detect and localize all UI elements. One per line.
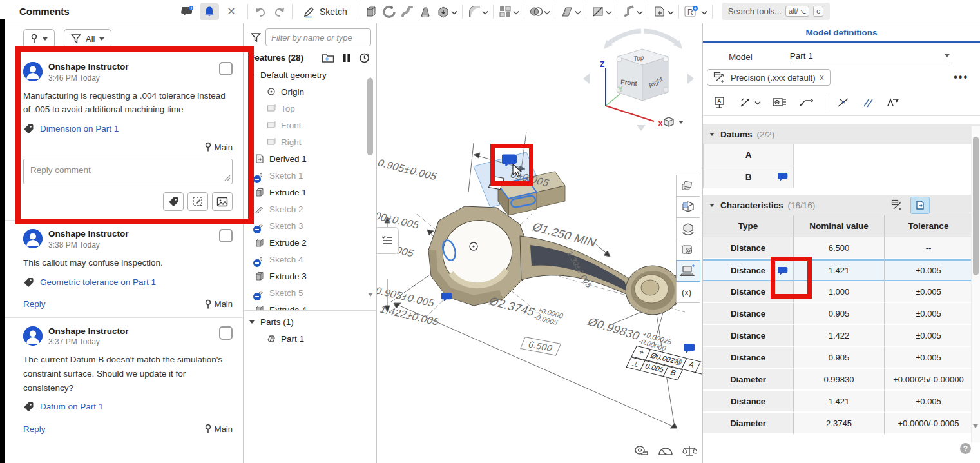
pattern-icon[interactable] xyxy=(496,2,521,21)
rollback-history-icon[interactable] xyxy=(359,52,370,63)
scroll-down-icon[interactable] xyxy=(368,293,373,306)
comment-card[interactable]: Onshape Instructor 3:37 PM Today The cur… xyxy=(0,318,243,442)
comment-bubble-icon[interactable] xyxy=(778,172,788,182)
thicken-icon[interactable] xyxy=(434,2,459,21)
feature-item-sketch-2[interactable]: Sketch 2 xyxy=(244,201,376,217)
graphics-viewport[interactable]: Top Front Right Z X Y xyxy=(377,23,702,463)
rotate-left-arrow-icon[interactable] xyxy=(608,31,641,44)
feature-item-top[interactable]: Top xyxy=(244,100,376,117)
part-item-part-1[interactable]: Part 1 xyxy=(244,330,376,347)
datum-tool-icon[interactable]: A xyxy=(713,96,727,109)
resize-grip-icon[interactable] xyxy=(224,172,231,184)
pin-filter-button[interactable] xyxy=(23,29,55,48)
intersection-tool-icon[interactable] xyxy=(836,96,850,109)
scroll-down-icon[interactable] xyxy=(973,424,978,438)
comment-tag-link[interactable]: Datum on Part 1 xyxy=(23,401,233,412)
comment-bubble-icon[interactable] xyxy=(684,343,695,355)
search-tools[interactable]: Search tools... alt/⌥ c xyxy=(722,3,830,20)
connecting-rod-big-end[interactable] xyxy=(428,206,529,306)
feature-item-origin[interactable]: Origin xyxy=(244,83,376,100)
scrollbar-thumb[interactable] xyxy=(973,137,979,275)
tape-measure-icon[interactable] xyxy=(633,445,649,457)
precision-chip[interactable]: Precision (.xxx default) x xyxy=(707,69,831,86)
revolve-icon[interactable] xyxy=(380,2,398,21)
more-options-icon[interactable]: ••• xyxy=(954,72,968,83)
parts-header[interactable]: Parts (1) xyxy=(244,313,376,330)
feature-tree-scrollbar[interactable] xyxy=(367,68,374,306)
filter-funnel-icon[interactable] xyxy=(251,32,261,43)
characteristic-row[interactable]: Distance 1.421 ±0.005 xyxy=(703,259,972,281)
feature-item-sketch-1[interactable]: Sketch 1 xyxy=(244,167,376,184)
suspend-updates-icon[interactable] xyxy=(343,54,351,63)
draft-icon[interactable] xyxy=(558,2,583,21)
sketch-button[interactable]: Sketch xyxy=(296,5,354,18)
parallel-tool-icon[interactable] xyxy=(861,96,874,109)
comment-tag-link[interactable]: Geometric tolerance on Part 1 xyxy=(23,277,233,288)
export-characteristics-icon[interactable] xyxy=(910,197,930,214)
characteristic-row[interactable]: Diameter 0.99830 +0.00025/-0.00000 xyxy=(703,369,972,391)
comment-bubble-icon[interactable] xyxy=(441,292,452,304)
protractor-icon[interactable] xyxy=(658,445,673,457)
appearance-icon[interactable] xyxy=(676,175,700,197)
fillet-icon[interactable] xyxy=(465,2,490,21)
feature-item-sketch-4[interactable]: Sketch 4 xyxy=(244,251,376,268)
add-markup-button[interactable] xyxy=(187,192,208,211)
close-comments-icon[interactable]: ✕ xyxy=(222,3,241,20)
insert-icon[interactable] xyxy=(651,2,676,21)
view-cube-front-label[interactable]: Front xyxy=(620,78,638,87)
feature-expression-icon[interactable]: (x) xyxy=(676,281,700,303)
exploded-view-icon[interactable] xyxy=(676,217,700,239)
add-image-button[interactable] xyxy=(212,192,233,211)
characteristic-row[interactable]: Distance 0.905 ±0.005 xyxy=(703,303,972,325)
split-icon[interactable] xyxy=(589,2,614,21)
resolve-checkbox[interactable] xyxy=(219,326,233,340)
connecting-rod-small-end[interactable] xyxy=(626,266,681,315)
extrude-icon[interactable] xyxy=(362,2,380,21)
rotate-south-icon[interactable] xyxy=(637,125,646,131)
section-view-icon[interactable] xyxy=(676,196,700,218)
rotate-west-icon[interactable] xyxy=(583,74,590,84)
characteristics-section-header[interactable]: Characteristics (16/16) xyxy=(703,195,980,215)
comment-card[interactable]: Onshape Instructor 3:46 PM Today Manufac… xyxy=(0,54,243,221)
scale-icon[interactable] xyxy=(682,445,697,457)
characteristic-row[interactable]: Distance 1.422 ±0.005 xyxy=(703,325,972,347)
reply-comment-input[interactable] xyxy=(23,159,233,184)
resolve-checkbox[interactable] xyxy=(219,229,233,242)
feature-item-sketch-3[interactable]: Sketch 3 xyxy=(244,217,376,234)
characteristic-row[interactable]: Distance 0.905 ±0.005 xyxy=(703,347,972,369)
characteristic-row[interactable]: Distance 1.421 ±0.005 xyxy=(703,391,972,413)
characteristic-row[interactable]: Distance 6.500 -- xyxy=(703,237,972,259)
named-views-icon[interactable] xyxy=(676,239,700,261)
rotate-east-icon[interactable] xyxy=(687,74,694,84)
view-cube[interactable]: Top Front Right xyxy=(617,49,668,101)
surface-finish-tool-icon[interactable] xyxy=(885,96,901,109)
feature-item-extrude-1[interactable]: Extrude 1 xyxy=(244,184,376,201)
feature-item-extrude-4[interactable]: Extrude 4 xyxy=(244,301,376,310)
reply-link[interactable]: Reply xyxy=(23,424,46,434)
datums-section-header[interactable]: Datums (2/2) xyxy=(703,124,980,144)
feature-item-default-geometry[interactable]: Default geometry xyxy=(244,66,376,83)
chevron-down-icon[interactable] xyxy=(754,101,761,105)
comment-tag-link[interactable]: Dimension on Part 1 xyxy=(23,123,233,134)
feature-item-extrude-3[interactable]: Extrude 3 xyxy=(244,268,376,284)
sheet-metal-icon[interactable] xyxy=(620,2,645,21)
new-folder-icon[interactable] xyxy=(322,53,334,63)
feature-item-front[interactable]: Front xyxy=(244,117,376,133)
redo-icon[interactable] xyxy=(270,3,288,20)
datum-row-a[interactable]: A xyxy=(703,144,794,166)
datum-row-b[interactable]: B xyxy=(703,166,794,188)
characteristic-row[interactable]: Distance 1.000 ±0.005 xyxy=(703,281,972,303)
feature-filter-input[interactable] xyxy=(265,28,371,46)
feature-item-right[interactable]: Right xyxy=(244,133,376,150)
undo-icon[interactable] xyxy=(252,3,270,20)
notifications-bell-icon[interactable] xyxy=(200,3,219,20)
add-tag-button[interactable] xyxy=(163,192,184,211)
reply-link[interactable]: Reply xyxy=(23,299,46,309)
feature-item-sketch-5[interactable]: Sketch 5 xyxy=(244,284,376,301)
display-states-icon[interactable] xyxy=(676,260,700,282)
help-icon[interactable]: ? xyxy=(960,443,971,454)
model-definitions-tab[interactable]: Model definitions xyxy=(703,23,980,43)
feature-item-derived-1[interactable]: Derived 1 xyxy=(244,150,376,167)
dimension-tool-icon[interactable] xyxy=(738,96,753,109)
rotate-right-arrow-icon[interactable] xyxy=(644,31,678,44)
